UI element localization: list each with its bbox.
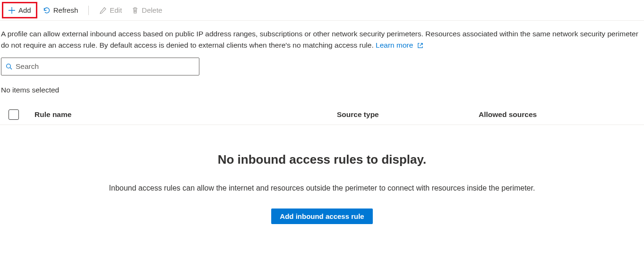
toolbar: Add Refresh Edit Delete — [0, 0, 644, 21]
edit-button-label: Edit — [110, 6, 122, 14]
search-wrap — [0, 58, 644, 82]
search-input[interactable] — [13, 62, 195, 71]
refresh-button[interactable]: Refresh — [38, 3, 83, 17]
add-button-label: Add — [18, 6, 31, 14]
description-text: A profile can allow external inbound acc… — [1, 30, 638, 49]
select-all-cell — [9, 109, 34, 120]
learn-more-label: Learn more — [376, 41, 413, 49]
search-box[interactable] — [1, 58, 199, 75]
plus-icon — [8, 7, 16, 14]
add-button[interactable]: Add — [2, 2, 37, 18]
column-source-type[interactable]: Source type — [337, 110, 479, 119]
learn-more-link[interactable]: Learn more — [376, 41, 423, 49]
column-rule-name[interactable]: Rule name — [34, 110, 337, 119]
delete-icon — [131, 7, 139, 14]
external-link-icon — [417, 42, 423, 49]
refresh-button-label: Refresh — [53, 6, 78, 14]
empty-state-description: Inbound access rules can allow the inter… — [0, 184, 644, 192]
select-all-checkbox[interactable] — [9, 109, 19, 120]
refresh-icon — [43, 7, 51, 14]
table-header-row: Rule name Source type Allowed sources — [0, 105, 644, 125]
toolbar-divider — [88, 6, 89, 15]
edit-icon — [99, 7, 107, 14]
description-text-block: A profile can allow external inbound acc… — [0, 21, 644, 58]
column-allowed-sources[interactable]: Allowed sources — [479, 110, 640, 119]
search-icon — [5, 63, 13, 70]
delete-button[interactable]: Delete — [127, 3, 167, 17]
svg-point-0 — [7, 64, 11, 68]
empty-state: No inbound access rules to display. Inbo… — [0, 125, 644, 224]
empty-state-title: No inbound access rules to display. — [0, 152, 644, 167]
add-inbound-rule-button[interactable]: Add inbound access rule — [271, 209, 372, 224]
delete-button-label: Delete — [142, 6, 162, 14]
selection-status: No items selected — [0, 82, 644, 105]
edit-button[interactable]: Edit — [94, 3, 127, 17]
